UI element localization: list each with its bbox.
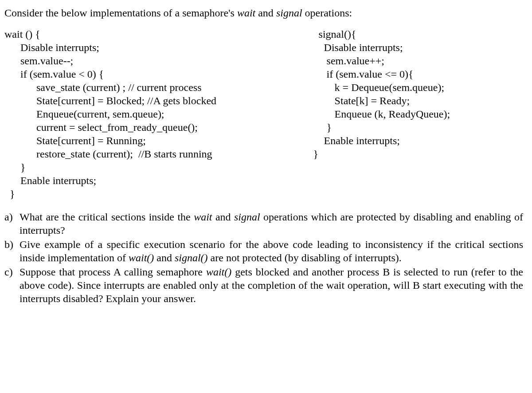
question-c: c) Suppose that process A calling semaph… bbox=[4, 265, 523, 305]
question-a-body: What are the critical sections inside th… bbox=[20, 210, 523, 237]
code-columns: wait () { Disable interrupts; sem.value-… bbox=[4, 28, 523, 200]
q-c-wait-kw: wait() bbox=[206, 266, 231, 278]
question-a-label: a) bbox=[4, 210, 20, 237]
q-b-after: are not protected (by disabling of inter… bbox=[208, 252, 402, 263]
question-b: b) Give example of a specific execution … bbox=[4, 238, 523, 264]
intro-paragraph: Consider the below implementations of a … bbox=[4, 6, 523, 20]
intro-after: operations: bbox=[302, 7, 352, 19]
q-c-before: Suppose that process A calling semaphore bbox=[20, 266, 206, 278]
q-a-before: What are the critical sections inside th… bbox=[20, 211, 194, 223]
intro-signal-kw: signal bbox=[276, 7, 302, 19]
q-a-mid: and bbox=[212, 211, 235, 223]
question-c-label: c) bbox=[4, 265, 20, 305]
question-a: a) What are the critical sections inside… bbox=[4, 210, 523, 237]
q-b-signal-kw: signal() bbox=[175, 252, 208, 263]
q-b-mid: and bbox=[154, 252, 175, 263]
question-b-body: Give example of a specific execution sce… bbox=[20, 238, 523, 264]
intro-mid: and bbox=[255, 7, 276, 19]
intro-wait-kw: wait bbox=[237, 7, 255, 19]
question-list: a) What are the critical sections inside… bbox=[4, 210, 523, 305]
q-b-wait-kw: wait() bbox=[129, 252, 154, 263]
signal-code-block: signal(){ Disable interrupts; sem.value+… bbox=[305, 28, 523, 200]
question-c-body: Suppose that process A calling semaphore… bbox=[20, 265, 523, 305]
q-a-signal-kw: signal bbox=[234, 211, 260, 223]
question-b-label: b) bbox=[4, 238, 20, 264]
intro-before: Consider the below implementations of a … bbox=[4, 7, 237, 19]
wait-code-block: wait () { Disable interrupts; sem.value-… bbox=[4, 28, 305, 200]
q-a-wait-kw: wait bbox=[194, 211, 212, 223]
